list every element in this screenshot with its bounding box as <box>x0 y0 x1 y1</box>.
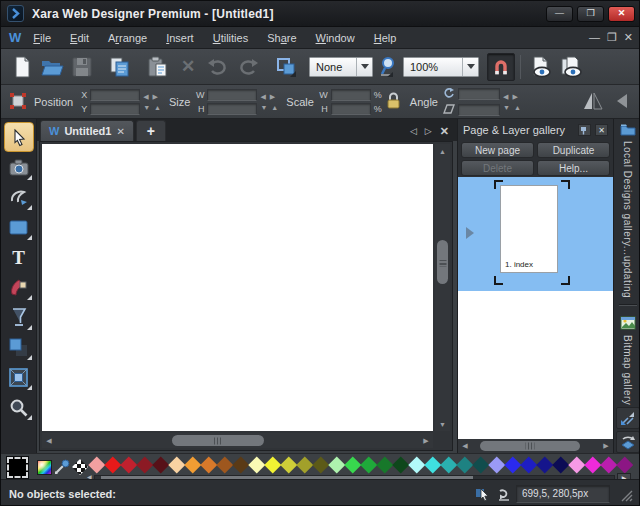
undo-button[interactable] <box>203 53 233 81</box>
transparency-tool-button[interactable] <box>4 302 34 332</box>
no-color-swatch[interactable] <box>72 459 88 475</box>
color-swatch[interactable] <box>553 456 569 474</box>
chevron-down-icon[interactable] <box>356 58 372 76</box>
menu-item-edit[interactable]: Edit <box>70 32 89 44</box>
redo-button[interactable] <box>233 53 263 81</box>
flip-horizontal-button[interactable] <box>583 92 603 112</box>
selector-tool-button[interactable] <box>4 122 34 152</box>
tab-scroll-right-button[interactable]: ▷ <box>425 127 432 136</box>
copy-button[interactable] <box>105 53 135 81</box>
new-page-button[interactable]: New page <box>461 142 534 158</box>
photo-tool-button[interactable] <box>4 152 34 182</box>
paste-button[interactable] <box>143 53 173 81</box>
color-swatch[interactable] <box>105 456 121 474</box>
color-swatch[interactable] <box>281 456 297 474</box>
hscroll-thumb[interactable] <box>172 435 264 446</box>
panel-close-icon[interactable]: ✕ <box>595 124 608 136</box>
duplicate-button[interactable]: Duplicate <box>537 142 610 158</box>
color-swatch[interactable] <box>473 456 489 474</box>
rectangle-tool-button[interactable] <box>4 212 34 242</box>
minimize-button[interactable]: — <box>546 6 573 22</box>
color-swatch[interactable] <box>313 456 329 474</box>
push-tool-button[interactable] <box>271 53 301 81</box>
color-swatch[interactable] <box>329 456 345 474</box>
mdi-minimize-button[interactable]: — <box>589 32 600 43</box>
page-row-selected[interactable]: 1. index <box>458 177 613 291</box>
scroll-right-icon[interactable]: ▶ <box>419 433 433 448</box>
color-swatch[interactable] <box>185 456 201 474</box>
shadow-tool-button[interactable] <box>4 332 34 362</box>
bevel-tool-button[interactable] <box>4 362 34 392</box>
menu-item-window[interactable]: Window <box>316 32 355 44</box>
scroll-left-icon[interactable]: ◀ <box>458 442 472 450</box>
color-swatch[interactable] <box>249 456 265 474</box>
color-swatch[interactable] <box>393 456 409 474</box>
color-swatch[interactable] <box>537 456 553 474</box>
zoom-tool-button[interactable] <box>373 53 403 81</box>
canvas-vertical-scrollbar[interactable]: ▲ ▼ <box>435 144 450 431</box>
new-document-button[interactable] <box>7 53 37 81</box>
resize-grip-icon[interactable] <box>620 488 633 501</box>
snap-magnet-button[interactable] <box>487 53 515 81</box>
position-y-input[interactable] <box>90 103 140 115</box>
preview-site-button[interactable] <box>556 53 586 81</box>
color-swatch[interactable] <box>345 456 361 474</box>
color-swatch[interactable] <box>265 456 281 474</box>
color-swatch[interactable] <box>569 456 585 474</box>
current-color-swatch[interactable] <box>7 457 28 478</box>
color-swatch[interactable] <box>409 456 425 474</box>
color-swatch[interactable] <box>153 456 169 474</box>
canvas-page[interactable] <box>42 144 433 431</box>
tab-scroll-left-button[interactable]: ◁ <box>410 127 417 136</box>
mdi-restore-button[interactable]: ❐ <box>607 32 617 43</box>
help-button[interactable]: Help... <box>537 160 610 176</box>
zoom-canvas-tool-button[interactable] <box>4 392 34 422</box>
menu-item-help[interactable]: Help <box>374 32 397 44</box>
menu-item-arrange[interactable]: Arrange <box>108 32 147 44</box>
position-steppers[interactable]: ◀▶▼▲ <box>143 93 161 111</box>
color-swatch[interactable] <box>361 456 377 474</box>
color-swatch[interactable] <box>601 456 617 474</box>
color-swatch[interactable] <box>297 456 313 474</box>
scroll-right-icon[interactable]: ▶ <box>599 442 613 450</box>
tab-bar-close-button[interactable]: ✕ <box>440 126 449 137</box>
zoom-level-dropdown[interactable]: 100% <box>403 57 479 77</box>
chevron-down-icon[interactable] <box>462 58 478 76</box>
color-swatch[interactable] <box>121 456 137 474</box>
scroll-up-icon[interactable]: ▲ <box>435 144 450 158</box>
color-swatch[interactable] <box>489 456 505 474</box>
color-swatch[interactable] <box>169 456 185 474</box>
delete-button[interactable]: ✕ <box>173 53 203 81</box>
scroll-left-icon[interactable]: ◀ <box>42 433 56 448</box>
menu-item-file[interactable]: File <box>33 32 51 44</box>
scale-h-input[interactable] <box>331 103 371 115</box>
menu-item-utilities[interactable]: Utilities <box>213 32 248 44</box>
color-swatch[interactable] <box>377 456 393 474</box>
color-swatch[interactable] <box>457 456 473 474</box>
fill-tool-button[interactable] <box>4 272 34 302</box>
close-button[interactable]: ✕ <box>608 6 635 22</box>
fit-to-window-button[interactable] <box>616 407 640 429</box>
color-swatch[interactable] <box>233 456 249 474</box>
scale-w-input[interactable] <box>331 89 371 101</box>
preview-page-button[interactable] <box>526 53 556 81</box>
angle-steppers[interactable]: ◀▶▼▲ <box>503 93 521 111</box>
draw-tool-button[interactable] <box>4 182 34 212</box>
color-swatch[interactable] <box>441 456 457 474</box>
color-swatch[interactable] <box>137 456 153 474</box>
menu-item-insert[interactable]: Insert <box>166 32 194 44</box>
panel-horizontal-scrollbar[interactable]: ◀ ▶ <box>458 439 613 453</box>
maximize-button[interactable]: ❒ <box>577 6 604 22</box>
page-thumbnail[interactable]: 1. index <box>500 185 558 273</box>
position-x-input[interactable] <box>90 89 140 101</box>
fill-style-dropdown[interactable]: None <box>309 57 373 77</box>
color-swatch[interactable] <box>585 456 601 474</box>
color-swatch[interactable] <box>217 456 233 474</box>
lock-aspect-button[interactable] <box>386 92 401 111</box>
open-file-button[interactable] <box>37 53 67 81</box>
pin-icon[interactable] <box>578 124 591 136</box>
eyedropper-icon[interactable] <box>53 458 71 480</box>
color-swatch[interactable] <box>201 456 217 474</box>
skew-input[interactable] <box>458 104 500 116</box>
expand-arrow-icon[interactable] <box>466 227 474 239</box>
